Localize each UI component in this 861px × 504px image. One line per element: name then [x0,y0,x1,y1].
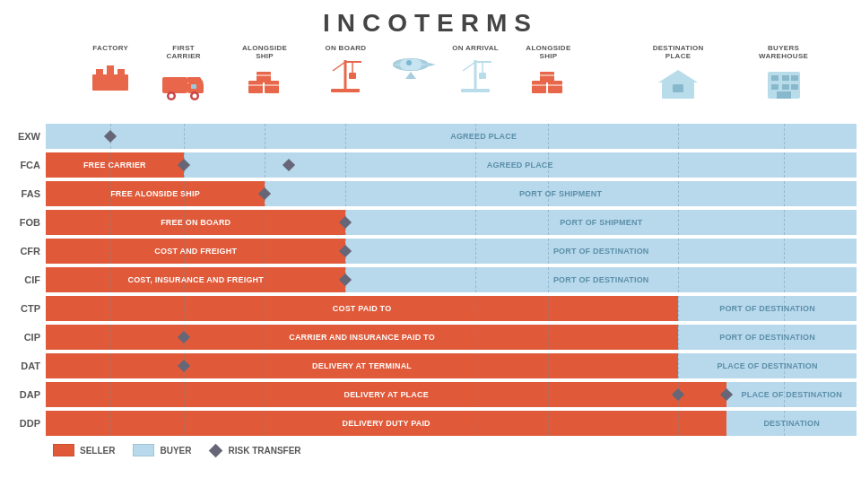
column-divider [548,152,549,178]
column-divider [548,239,549,264]
column-divider [784,296,785,321]
column-divider [184,124,185,149]
location-icon [326,56,365,96]
seller-segment: DELIVERY DUTY PAID [46,411,726,436]
column-divider [678,411,679,436]
bar-track: CARRIER AND INSURANCE PAID TOPORT OF DES… [46,325,857,350]
column-divider [110,267,111,292]
column-divider [475,353,476,378]
column-divider [475,210,476,235]
page-title: INCOTERMS [0,9,861,38]
bar-track: FREE ALONSIDE SHIPPORT OF SHIPMENT [46,181,857,206]
column-divider [265,210,265,235]
column-divider [110,353,111,378]
column-divider [548,124,549,149]
svg-rect-3 [117,69,125,74]
table-row: CIFCOST, INSURANCE AND FREIGHTPORT OF DE… [4,266,857,293]
row-code: EXW [4,131,46,142]
row-code: FCA [4,160,46,170]
seller-segment: CARRIER AND INSURANCE PAID TO [46,325,678,350]
row-code: DDP [4,418,46,429]
column-divider [548,382,549,407]
column-divider [475,124,476,149]
icon-label: BUYERSWAREHOUSE [759,45,808,61]
svg-rect-5 [108,80,112,91]
row-code: FAS [4,188,46,199]
seller-segment: FREE ALONSIDE SHIP [46,181,265,206]
icon-column [384,45,438,84]
row-code: FOB [4,217,46,228]
column-divider [184,267,185,292]
column-divider [345,411,346,436]
svg-rect-58 [782,84,789,90]
location-icon [245,65,284,104]
icon-column: ON ARRIVAL [448,45,502,96]
bar-track: COST PAID TOPORT OF DESTINATION [46,296,857,321]
svg-rect-16 [265,81,279,93]
column-divider [678,353,679,378]
column-divider [345,382,346,407]
svg-rect-52 [673,84,683,92]
svg-rect-43 [540,72,554,83]
column-divider [548,296,549,321]
column-divider [548,325,549,350]
bar-track: DELIVERY AT TERMINALPLACE OF DESTINATION [46,353,857,378]
column-divider [548,267,549,292]
svg-rect-60 [777,91,791,99]
icons-row: FACTORY FIRSTCARRIER ALONGSIDESHIP ON BO… [46,45,857,121]
column-divider [678,181,679,206]
diagram-area: FACTORY FIRSTCARRIER ALONGSIDESHIP ON BO… [0,45,861,456]
legend-color-box [133,444,154,456]
icon-label: ALONGSIDESHIP [242,45,287,61]
icon-label: ON ARRIVAL [452,45,499,53]
buyer-segment: PORT OF SHIPMENT [265,181,857,206]
column-divider [475,181,476,206]
legend-label: BUYER [160,446,191,456]
column-divider [678,152,679,178]
icon-label: DESTINATIONPLACE [653,45,704,61]
svg-rect-4 [98,80,102,91]
bar-track: COST, INSURANCE AND FREIGHTPORT OF DESTI… [46,267,857,292]
column-divider [265,353,265,378]
svg-rect-2 [107,65,114,74]
seller-segment: FREE CARRIER [46,152,184,178]
bar-track: DELIVERY DUTY PAIDDESTINATION [46,411,857,436]
location-icon [161,65,207,104]
svg-rect-41 [532,81,546,93]
svg-rect-57 [771,84,778,90]
column-divider [345,124,346,149]
svg-rect-1 [96,69,103,74]
row-code: DAP [4,389,46,400]
location-icon [91,56,130,96]
column-divider [265,325,265,350]
svg-rect-17 [257,72,271,83]
column-divider [345,296,346,321]
table-row: DAPDELIVERY AT PLACEPLACE OF DESTINATION [4,381,857,408]
table-row: EXWEX WORKSAGREED PLACE [4,123,857,150]
column-divider [784,152,785,178]
column-divider [265,124,265,149]
icon-column: ON BOARD [318,45,372,96]
buyer-segment: PORT OF DESTINATION [345,239,857,264]
column-divider [110,239,111,264]
legend: SELLERBUYERRISK TRANSFER [53,444,857,456]
column-divider [475,152,476,178]
buyer-segment: AGREED PLACE [110,124,857,149]
column-divider [678,296,679,321]
bar-track: COST AND FREIGHTPORT OF DESTINATION [46,239,857,264]
column-divider [265,239,265,264]
table-row: CFRCOST AND FREIGHTPORT OF DESTINATION [4,238,857,265]
buyer-segment: PLACE OF DESTINATION [678,353,857,378]
column-divider [475,411,476,436]
location-icon [655,65,701,104]
column-divider [548,411,549,436]
seller-segment: COST AND FREIGHT [46,239,345,264]
svg-rect-42 [548,81,562,93]
location-icon [528,65,568,104]
table-row: DATDELIVERY AT TERMINALPLACE OF DESTINAT… [4,352,857,379]
column-divider [784,353,785,378]
column-divider [678,325,679,350]
seller-segment: COST, INSURANCE AND FREIGHT [46,267,345,292]
svg-rect-6 [117,80,122,91]
row-code: CFR [4,246,46,256]
